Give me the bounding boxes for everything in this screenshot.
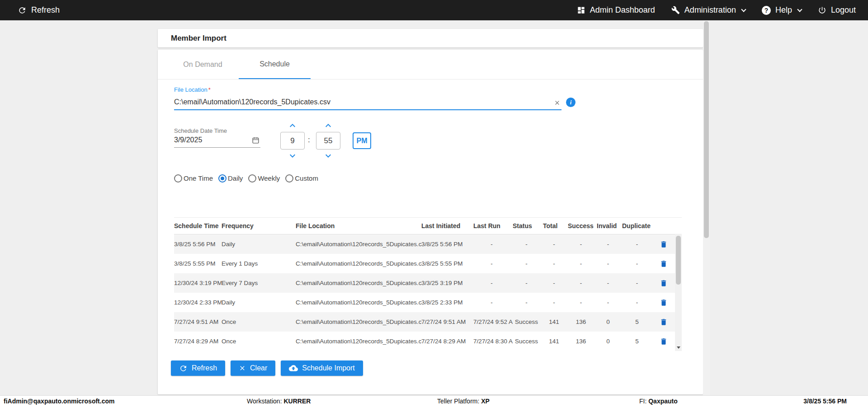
delete-schedule-button[interactable] [659,298,669,308]
table-cell: 7/27/24 9:52 AM [473,318,513,325]
table-cell-actions [655,278,675,288]
table-cell: - [597,260,622,267]
table-cell: - [622,299,655,306]
table-cell: - [543,241,568,248]
clear-input-icon[interactable] [554,99,561,106]
tab-on-demand[interactable]: On Demand [167,50,239,79]
column-header: Schedule Time [174,222,222,229]
meridiem-toggle-button[interactable]: PM [353,132,371,149]
table-cell: 5 [622,318,655,325]
logout-button[interactable]: Logout [818,5,856,15]
trash-icon [660,260,668,268]
page-scrollbar[interactable] [703,20,710,395]
table-cell: 136 [568,338,597,345]
table-cell: - [568,299,597,306]
calendar-icon[interactable] [252,136,259,144]
table-cell: 7/27/24 8:29 AM [174,338,222,345]
frequency-radio-weekly[interactable]: Weekly [248,174,280,182]
minute-decrement-button[interactable] [323,150,334,161]
table-cell-actions [655,259,675,269]
table-cell: Every 1 Days [222,260,296,267]
radio-label: One Time [184,174,213,182]
page-title-card: Member Import [158,29,703,47]
table-cell: - [473,299,513,306]
table-cell: Success [513,318,543,325]
member-import-panel: On Demand Schedule File Location* i [158,50,703,394]
chevron-down-icon [287,150,298,161]
schedule-date-input[interactable] [174,135,260,148]
schedule-import-button[interactable]: Schedule Import [281,360,363,376]
schedule-date-label: Schedule Date Time [174,127,227,134]
hour-decrement-button[interactable] [287,150,298,161]
table-cell-actions [655,337,675,346]
info-icon[interactable]: i [566,98,576,107]
refresh-nav-button[interactable]: Refresh [18,5,60,15]
table-row: 12/30/24 3:19 PMEvery 7 DaysC:\email\Aut… [174,273,675,293]
frequency-radio-custom[interactable]: Custom [285,174,318,182]
table-cell: 3/8/25 5:55 PM [174,260,222,267]
frequency-radio-one-time[interactable]: One Time [174,174,213,182]
action-buttons: Refresh Clear Schedule Import [171,360,703,376]
hour-increment-button[interactable] [287,120,298,131]
clear-button[interactable]: Clear [231,360,275,376]
help-menu-button[interactable]: ? Help [762,5,802,15]
minute-input[interactable]: 55 [316,132,340,150]
table-cell: 136 [568,318,597,325]
table-cell: - [473,241,513,248]
admin-dashboard-button[interactable]: Admin Dashboard [577,5,655,15]
table-cell: - [597,241,622,248]
refresh-button-label: Refresh [192,364,217,372]
logout-label: Logout [831,5,856,15]
fi-info: FI: Qaxpauto [639,398,678,405]
table-cell: Daily [222,241,296,248]
table-row: 3/8/25 5:55 PMEvery 1 DaysC:\email\Autom… [174,254,675,273]
table-cell: - [568,260,597,267]
radio-unselected-icon [285,174,293,182]
frequency-radio-daily[interactable]: Daily [218,174,243,182]
radio-label: Daily [228,174,243,182]
dashboard-icon [577,6,585,14]
delete-schedule-button[interactable] [659,317,669,327]
table-cell: - [568,241,597,248]
content-column: Member Import On Demand Schedule File Lo… [158,29,703,394]
column-header: Total [543,222,568,229]
hour-input[interactable]: 9 [280,132,305,150]
trash-icon [660,240,668,248]
table-cell: 3/8/25 5:56 PM [421,241,473,248]
refresh-button[interactable]: Refresh [171,360,225,376]
table-cell-actions [655,317,675,327]
table-cell: C:\email\Automation\120records_5Dupicate… [296,338,421,345]
scroll-down-button[interactable] [675,344,682,351]
chevron-up-icon [287,120,298,131]
table-scrollbar-thumb[interactable] [676,236,681,285]
table-cell: - [513,299,543,306]
administration-menu-button[interactable]: Administration [671,5,745,15]
table-cell: - [513,260,543,267]
file-location-input[interactable] [174,94,561,110]
table-cell: - [622,280,655,286]
trash-icon [660,318,668,326]
table-cell: 141 [543,318,568,325]
delete-schedule-button[interactable] [659,239,669,249]
required-asterisk: * [208,86,211,93]
power-icon [818,6,826,14]
table-cell: - [473,260,513,267]
refresh-icon [179,364,188,373]
page-scrollbar-thumb[interactable] [704,21,709,238]
chevron-down-icon [797,7,802,12]
table-cell: 141 [543,338,568,345]
delete-schedule-button[interactable] [659,337,669,346]
tab-schedule[interactable]: Schedule [239,50,311,79]
minute-increment-button[interactable] [323,120,334,131]
table-row: 3/8/25 5:56 PMDailyC:\email\Automation\1… [174,234,675,254]
column-header: File Location [296,222,421,229]
delete-schedule-button[interactable] [659,259,669,269]
table-cell: 3/8/25 2:33 PM [421,299,473,306]
table-cell: C:\email\Automation\120records_5Dupicate… [296,280,421,286]
delete-schedule-button[interactable] [659,278,669,288]
radio-unselected-icon [174,174,182,182]
radio-label: Custom [295,174,318,182]
help-icon: ? [762,6,771,15]
trash-icon [660,299,668,307]
table-scrollbar[interactable] [675,235,682,351]
